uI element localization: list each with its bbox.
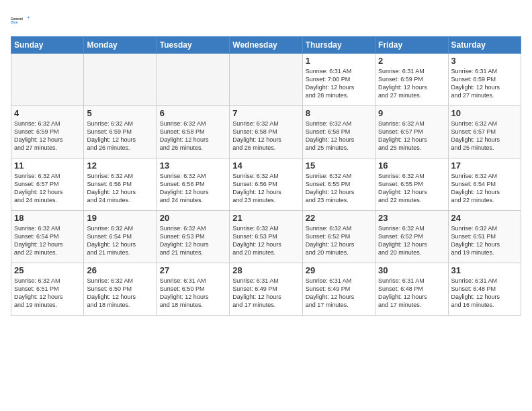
calendar-cell: 17Sunrise: 6:32 AM Sunset: 6:54 PM Dayli… bbox=[448, 158, 521, 211]
day-number: 5 bbox=[87, 108, 153, 118]
cell-info: Sunrise: 6:32 AM Sunset: 6:56 PM Dayligh… bbox=[160, 172, 226, 205]
calendar-cell: 30Sunrise: 6:31 AM Sunset: 6:48 PM Dayli… bbox=[375, 263, 448, 316]
calendar-cell: 28Sunrise: 6:31 AM Sunset: 6:49 PM Dayli… bbox=[230, 263, 302, 316]
day-number: 6 bbox=[160, 108, 226, 118]
day-number: 18 bbox=[14, 213, 81, 223]
day-number: 11 bbox=[14, 161, 81, 171]
day-number: 4 bbox=[14, 108, 81, 118]
calendar-cell: 25Sunrise: 6:32 AM Sunset: 6:51 PM Dayli… bbox=[11, 263, 84, 316]
day-number: 3 bbox=[451, 56, 518, 66]
cell-info: Sunrise: 6:31 AM Sunset: 6:50 PM Dayligh… bbox=[160, 277, 226, 310]
week-row-4: 18Sunrise: 6:32 AM Sunset: 6:54 PM Dayli… bbox=[11, 211, 521, 263]
logo-icon: General Blue bbox=[11, 11, 30, 30]
header-tuesday: Tuesday bbox=[157, 37, 229, 54]
cell-info: Sunrise: 6:32 AM Sunset: 6:51 PM Dayligh… bbox=[451, 224, 518, 257]
cell-info: Sunrise: 6:32 AM Sunset: 6:51 PM Dayligh… bbox=[14, 277, 81, 310]
calendar-cell: 12Sunrise: 6:32 AM Sunset: 6:56 PM Dayli… bbox=[84, 158, 157, 211]
cell-info: Sunrise: 6:31 AM Sunset: 6:48 PM Dayligh… bbox=[378, 277, 445, 310]
calendar-cell: 18Sunrise: 6:32 AM Sunset: 6:54 PM Dayli… bbox=[11, 211, 84, 263]
cell-info: Sunrise: 6:32 AM Sunset: 6:53 PM Dayligh… bbox=[160, 224, 226, 257]
cell-info: Sunrise: 6:31 AM Sunset: 7:00 PM Dayligh… bbox=[306, 67, 372, 100]
day-number: 8 bbox=[306, 108, 372, 118]
calendar-cell: 19Sunrise: 6:32 AM Sunset: 6:54 PM Dayli… bbox=[84, 211, 157, 263]
calendar-cell: 22Sunrise: 6:32 AM Sunset: 6:52 PM Dayli… bbox=[302, 211, 375, 263]
day-number: 29 bbox=[306, 265, 372, 275]
day-number: 21 bbox=[232, 213, 299, 223]
calendar-cell: 1Sunrise: 6:31 AM Sunset: 7:00 PM Daylig… bbox=[302, 54, 375, 106]
cell-info: Sunrise: 6:32 AM Sunset: 6:58 PM Dayligh… bbox=[160, 120, 226, 152]
header-thursday: Thursday bbox=[302, 37, 375, 54]
calendar-cell: 11Sunrise: 6:32 AM Sunset: 6:57 PM Dayli… bbox=[11, 158, 84, 211]
day-number: 9 bbox=[378, 108, 445, 118]
day-number: 13 bbox=[160, 161, 226, 171]
day-number: 16 bbox=[378, 161, 445, 171]
day-number: 17 bbox=[451, 161, 518, 171]
calendar-cell: 13Sunrise: 6:32 AM Sunset: 6:56 PM Dayli… bbox=[157, 158, 229, 211]
day-number: 14 bbox=[232, 161, 299, 171]
calendar-cell: 23Sunrise: 6:32 AM Sunset: 6:52 PM Dayli… bbox=[375, 211, 448, 263]
day-number: 20 bbox=[160, 213, 226, 223]
header-friday: Friday bbox=[375, 37, 448, 54]
cell-info: Sunrise: 6:32 AM Sunset: 6:59 PM Dayligh… bbox=[14, 120, 81, 152]
day-number: 30 bbox=[378, 265, 445, 275]
day-number: 12 bbox=[87, 161, 153, 171]
calendar-cell: 10Sunrise: 6:32 AM Sunset: 6:57 PM Dayli… bbox=[448, 106, 521, 158]
calendar-cell bbox=[157, 54, 229, 106]
cell-info: Sunrise: 6:32 AM Sunset: 6:58 PM Dayligh… bbox=[306, 120, 372, 152]
page-header: General Blue bbox=[11, 11, 521, 30]
header-saturday: Saturday bbox=[448, 37, 521, 54]
calendar-cell: 15Sunrise: 6:32 AM Sunset: 6:55 PM Dayli… bbox=[302, 158, 375, 211]
day-number: 22 bbox=[306, 213, 372, 223]
cell-info: Sunrise: 6:32 AM Sunset: 6:56 PM Dayligh… bbox=[232, 172, 299, 205]
calendar-cell bbox=[11, 54, 84, 106]
day-number: 27 bbox=[160, 265, 226, 275]
day-number: 31 bbox=[451, 265, 518, 275]
cell-info: Sunrise: 6:31 AM Sunset: 6:59 PM Dayligh… bbox=[378, 67, 445, 100]
cell-info: Sunrise: 6:32 AM Sunset: 6:55 PM Dayligh… bbox=[378, 172, 445, 205]
cell-info: Sunrise: 6:32 AM Sunset: 6:54 PM Dayligh… bbox=[14, 224, 81, 257]
calendar-cell bbox=[84, 54, 157, 106]
calendar-cell: 31Sunrise: 6:31 AM Sunset: 6:48 PM Dayli… bbox=[448, 263, 521, 316]
cell-info: Sunrise: 6:32 AM Sunset: 6:57 PM Dayligh… bbox=[14, 172, 81, 205]
day-number: 26 bbox=[87, 265, 153, 275]
calendar-table: SundayMondayTuesdayWednesdayThursdayFrid… bbox=[11, 36, 521, 316]
day-number: 24 bbox=[451, 213, 518, 223]
cell-info: Sunrise: 6:31 AM Sunset: 6:49 PM Dayligh… bbox=[232, 277, 299, 310]
svg-text:General: General bbox=[11, 17, 23, 21]
day-number: 7 bbox=[232, 108, 299, 118]
day-number: 28 bbox=[232, 265, 299, 275]
day-number: 19 bbox=[87, 213, 153, 223]
calendar-cell: 26Sunrise: 6:32 AM Sunset: 6:50 PM Dayli… bbox=[84, 263, 157, 316]
week-row-1: 1Sunrise: 6:31 AM Sunset: 7:00 PM Daylig… bbox=[11, 54, 521, 106]
cell-info: Sunrise: 6:32 AM Sunset: 6:59 PM Dayligh… bbox=[87, 120, 153, 152]
cell-info: Sunrise: 6:32 AM Sunset: 6:54 PM Dayligh… bbox=[451, 172, 518, 205]
cell-info: Sunrise: 6:32 AM Sunset: 6:57 PM Dayligh… bbox=[378, 120, 445, 152]
calendar-cell: 4Sunrise: 6:32 AM Sunset: 6:59 PM Daylig… bbox=[11, 106, 84, 158]
cell-info: Sunrise: 6:32 AM Sunset: 6:55 PM Dayligh… bbox=[306, 172, 372, 205]
day-number: 25 bbox=[14, 265, 81, 275]
cell-info: Sunrise: 6:31 AM Sunset: 6:48 PM Dayligh… bbox=[451, 277, 518, 310]
calendar-cell: 27Sunrise: 6:31 AM Sunset: 6:50 PM Dayli… bbox=[157, 263, 229, 316]
calendar-cell: 7Sunrise: 6:32 AM Sunset: 6:58 PM Daylig… bbox=[230, 106, 302, 158]
cell-info: Sunrise: 6:32 AM Sunset: 6:56 PM Dayligh… bbox=[87, 172, 153, 205]
calendar-cell bbox=[230, 54, 302, 106]
calendar-cell: 24Sunrise: 6:32 AM Sunset: 6:51 PM Dayli… bbox=[448, 211, 521, 263]
header-sunday: Sunday bbox=[11, 37, 84, 54]
svg-marker-2 bbox=[28, 17, 30, 19]
calendar-cell: 6Sunrise: 6:32 AM Sunset: 6:58 PM Daylig… bbox=[157, 106, 229, 158]
calendar-cell: 9Sunrise: 6:32 AM Sunset: 6:57 PM Daylig… bbox=[375, 106, 448, 158]
calendar-header-row: SundayMondayTuesdayWednesdayThursdayFrid… bbox=[11, 37, 521, 54]
calendar-cell: 21Sunrise: 6:32 AM Sunset: 6:53 PM Dayli… bbox=[230, 211, 302, 263]
day-number: 15 bbox=[306, 161, 372, 171]
cell-info: Sunrise: 6:32 AM Sunset: 6:52 PM Dayligh… bbox=[378, 224, 445, 257]
cell-info: Sunrise: 6:31 AM Sunset: 6:59 PM Dayligh… bbox=[451, 67, 518, 100]
week-row-5: 25Sunrise: 6:32 AM Sunset: 6:51 PM Dayli… bbox=[11, 263, 521, 316]
cell-info: Sunrise: 6:31 AM Sunset: 6:49 PM Dayligh… bbox=[306, 277, 372, 310]
header-monday: Monday bbox=[84, 37, 157, 54]
day-number: 1 bbox=[306, 56, 372, 66]
cell-info: Sunrise: 6:32 AM Sunset: 6:57 PM Dayligh… bbox=[451, 120, 518, 152]
week-row-3: 11Sunrise: 6:32 AM Sunset: 6:57 PM Dayli… bbox=[11, 158, 521, 211]
week-row-2: 4Sunrise: 6:32 AM Sunset: 6:59 PM Daylig… bbox=[11, 106, 521, 158]
svg-text:Blue: Blue bbox=[11, 21, 18, 24]
header-wednesday: Wednesday bbox=[230, 37, 302, 54]
